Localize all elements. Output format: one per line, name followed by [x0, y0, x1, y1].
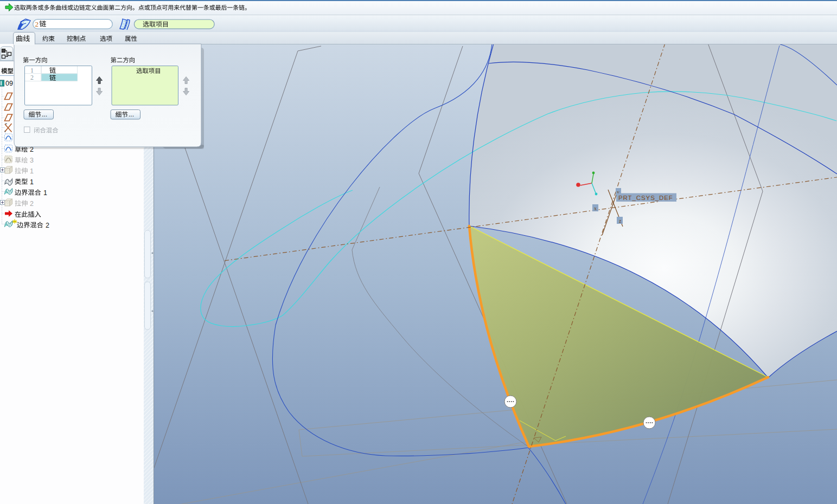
svg-text:2: 2	[35, 20, 39, 28]
svg-text:09: 09	[5, 80, 13, 87]
svg-text:1: 1	[43, 189, 47, 197]
svg-text:1: 1	[30, 67, 34, 74]
svg-text:2: 2	[30, 200, 34, 208]
svg-text:2: 2	[30, 74, 34, 81]
svg-text:z: z	[619, 218, 622, 224]
svg-text:...: ...	[129, 111, 134, 118]
svg-text:...: ...	[42, 111, 47, 118]
svg-text:1: 1	[30, 167, 34, 175]
svg-text:PRT_CSYS_DEF: PRT_CSYS_DEF	[618, 195, 673, 201]
svg-text:2: 2	[46, 222, 49, 229]
svg-text:3: 3	[30, 157, 34, 164]
svg-text:x: x	[594, 205, 597, 211]
svg-text:1: 1	[30, 178, 34, 186]
